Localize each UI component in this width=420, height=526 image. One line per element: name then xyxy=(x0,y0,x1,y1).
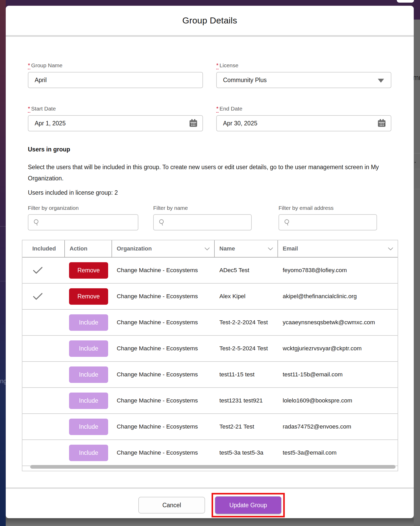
cell-organization: Change Machine - Ecosystems xyxy=(112,362,215,387)
start-date-label: Start Date xyxy=(28,105,56,112)
background-button-fragment xyxy=(397,0,414,3)
table-row: Include Change Machine - Ecosystems Test… xyxy=(22,336,398,362)
filter-email-label: Filter by email address xyxy=(279,205,333,211)
row-action-button[interactable]: Include xyxy=(69,393,108,409)
table-row: Include Change Machine - Ecosystems test… xyxy=(22,440,398,466)
cell-name: Test-2-2-2024 Test xyxy=(215,310,278,335)
cell-name: Alex Kipel xyxy=(215,284,278,309)
chevron-down-icon xyxy=(388,247,393,250)
cell-action: Remove xyxy=(65,258,112,283)
background-text-fragment: ng xyxy=(0,377,6,385)
background-divider xyxy=(0,281,6,281)
cell-email: test5-3a@email.com xyxy=(278,440,398,466)
chevron-down-icon xyxy=(204,247,210,250)
cell-email: test11-15b@email.com xyxy=(278,362,398,387)
cell-included xyxy=(22,414,65,439)
background-divider xyxy=(414,189,420,189)
end-date-input[interactable] xyxy=(216,115,391,131)
filter-email-input[interactable] xyxy=(279,214,377,230)
cell-action: Include xyxy=(65,414,112,439)
group-name-input[interactable] xyxy=(28,72,203,88)
table-row: Include Change Machine - Ecosystems test… xyxy=(22,362,398,388)
cell-organization: Change Machine - Ecosystems xyxy=(112,310,215,335)
column-header-email[interactable]: Email xyxy=(278,240,398,257)
group-name-label: Group Name xyxy=(28,62,63,69)
table-row: Include Change Machine - Ecosystems test… xyxy=(22,388,398,414)
table-horizontal-scrollbar[interactable] xyxy=(30,465,396,469)
cell-email: lolelo1609@bookspre.com xyxy=(278,388,398,413)
cell-included xyxy=(22,388,65,413)
header-divider xyxy=(6,35,414,37)
filter-organization-label: Filter by organization xyxy=(28,205,79,211)
modal-header: Group Details xyxy=(6,6,414,35)
cell-email: radas74752@envoes.com xyxy=(278,414,398,439)
filter-organization-input[interactable] xyxy=(28,214,138,230)
background-divider xyxy=(0,226,6,227)
row-action-button[interactable]: Include xyxy=(69,445,108,461)
background-divider xyxy=(414,169,420,169)
calendar-icon[interactable] xyxy=(377,119,386,127)
cell-email: akipel@thefinancialclinic.org xyxy=(278,284,398,309)
cancel-button[interactable]: Cancel xyxy=(138,497,205,513)
check-icon xyxy=(33,292,43,300)
row-action-button[interactable]: Remove xyxy=(69,262,108,279)
cell-name: test11-15 test xyxy=(215,362,278,387)
column-header-name[interactable]: Name xyxy=(215,240,278,257)
cell-name: Test-2-5-2024 Test xyxy=(215,336,278,361)
users-table: Included Action Organization Name Email … xyxy=(22,240,398,471)
background-dot xyxy=(415,162,416,163)
cell-organization: Change Machine - Ecosystems xyxy=(112,258,215,283)
users-section-description: Select the users that will be included i… xyxy=(28,162,395,184)
column-header-included: Included xyxy=(22,240,65,257)
table-row: Remove Change Machine - Ecosystems Alex … xyxy=(22,284,398,310)
cell-action: Include xyxy=(65,362,112,387)
column-header-organization[interactable]: Organization xyxy=(112,240,215,257)
check-icon xyxy=(33,266,43,274)
chevron-down-icon xyxy=(378,79,384,83)
background-page-body: mm xyxy=(414,20,420,526)
filter-name-label: Filter by name xyxy=(153,205,188,211)
included-count: Users included in license group: 2 xyxy=(28,189,118,196)
cell-organization: Change Machine - Ecosystems xyxy=(112,414,215,439)
calendar-icon[interactable] xyxy=(189,119,198,127)
cell-name: Test2-21 Test xyxy=(215,414,278,439)
cell-name: test5-3a test5-3a xyxy=(215,440,278,466)
table-row: Include Change Machine - Ecosystems Test… xyxy=(22,310,398,336)
cell-action: Remove xyxy=(65,284,112,309)
cell-action: Include xyxy=(65,440,112,466)
background-text-fragment: mm xyxy=(414,74,420,82)
background-left-sidebar: ng xyxy=(0,0,6,526)
background-page-bottom xyxy=(6,518,414,526)
cell-included xyxy=(22,362,65,387)
cell-action: Include xyxy=(65,388,112,413)
table-body: Remove Change Machine - Ecosystems ADec5… xyxy=(22,258,398,466)
cell-name: test1231 test921 xyxy=(215,388,278,413)
update-group-button[interactable]: Update Group xyxy=(215,496,281,514)
column-header-action: Action xyxy=(65,240,112,257)
cell-action: Include xyxy=(65,310,112,335)
cell-included xyxy=(22,258,65,283)
cell-organization: Change Machine - Ecosystems xyxy=(112,336,215,361)
row-action-button[interactable]: Include xyxy=(69,366,108,383)
cell-organization: Change Machine - Ecosystems xyxy=(112,388,215,413)
cell-organization: Change Machine - Ecosystems xyxy=(112,284,215,309)
license-select[interactable]: Community Plus xyxy=(216,72,391,88)
cell-email: feyomo7838@lofiey.com xyxy=(278,258,398,283)
row-action-button[interactable]: Include xyxy=(69,419,108,435)
footer-divider xyxy=(6,487,414,489)
cell-action: Include xyxy=(65,336,112,361)
row-action-button[interactable]: Remove xyxy=(69,288,108,305)
table-row: Include Change Machine - Ecosystems Test… xyxy=(22,414,398,440)
group-details-modal: Group Details Group Name License Communi… xyxy=(6,6,414,518)
row-action-button[interactable]: Include xyxy=(69,314,108,331)
cell-email: ycaaeynsnesqsbetwk@cwmxc.com xyxy=(278,310,398,335)
license-label: License xyxy=(216,62,238,69)
license-selected-value: Community Plus xyxy=(223,77,267,84)
row-action-button[interactable]: Include xyxy=(69,340,108,357)
annotation-highlight-box: Update Group xyxy=(212,493,285,517)
start-date-input[interactable] xyxy=(28,115,203,131)
modal-title: Group Details xyxy=(182,15,237,26)
filter-name-input[interactable] xyxy=(153,214,252,230)
end-date-label: End Date xyxy=(216,105,242,112)
table-row: Remove Change Machine - Ecosystems ADec5… xyxy=(22,258,398,284)
